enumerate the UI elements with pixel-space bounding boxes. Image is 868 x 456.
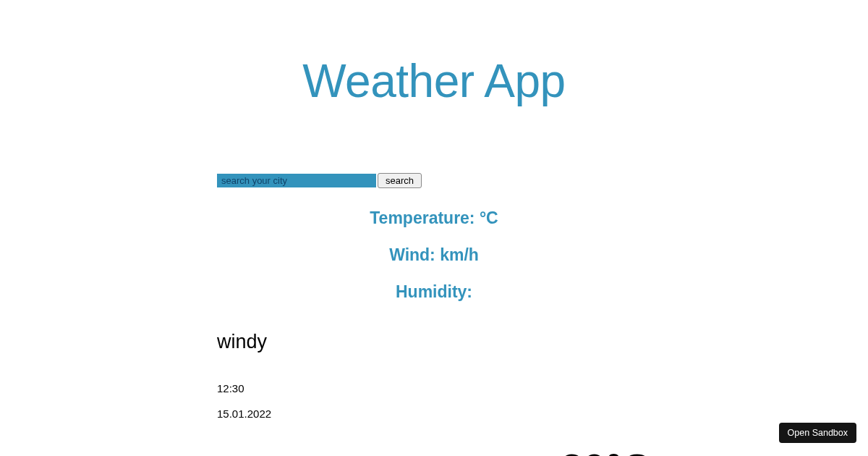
humidity-metric: Humidity: <box>217 282 651 302</box>
search-button[interactable]: search <box>378 173 422 188</box>
open-sandbox-button[interactable]: Open Sandbox <box>779 423 856 443</box>
temperature-metric: Temperature: °C <box>217 208 651 228</box>
weather-condition: windy <box>217 331 651 353</box>
date-label: 15.01.2022 <box>217 408 651 420</box>
large-temperature: 20°C <box>561 444 651 456</box>
app-title: Weather App <box>217 54 651 108</box>
search-form: search <box>217 173 651 188</box>
city-search-input[interactable] <box>217 174 376 187</box>
wind-metric: Wind: km/h <box>217 245 651 265</box>
time-label: 12:30 <box>217 382 651 394</box>
